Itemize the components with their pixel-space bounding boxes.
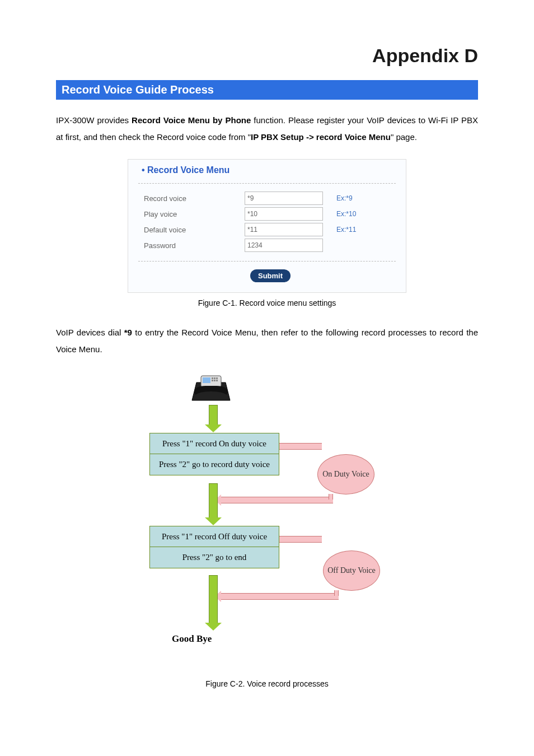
off-duty-voice-node: Off Duty Voice bbox=[323, 550, 380, 591]
flow-step-on-duty: Press "1" record On duty voice Press "2"… bbox=[149, 433, 279, 475]
arrow-down-icon bbox=[209, 483, 218, 518]
flow-cell: Press "1" record On duty voice bbox=[150, 433, 279, 454]
connector-icon bbox=[279, 443, 322, 450]
text: " page. bbox=[391, 132, 417, 142]
intro-paragraph: IPX-300W provides Record Voice Menu by P… bbox=[56, 112, 478, 146]
connector-icon bbox=[329, 494, 333, 500]
svg-rect-2 bbox=[203, 377, 210, 383]
figure-caption-2: Figure C-2. Voice record processes bbox=[56, 679, 478, 688]
text: IPX-300W provides bbox=[56, 115, 132, 125]
flow-cell: Press "2" go to end bbox=[150, 547, 279, 567]
row-default-voice: Default voice Ex:*11 bbox=[138, 223, 396, 236]
connector-icon bbox=[334, 590, 339, 596]
play-voice-input[interactable] bbox=[245, 207, 323, 221]
connector-icon bbox=[279, 536, 322, 543]
appendix-title: Appendix D bbox=[56, 45, 478, 67]
figure-caption-1: Figure C-1. Record voice menu settings bbox=[56, 298, 478, 307]
on-duty-voice-node: On Duty Voice bbox=[317, 454, 374, 494]
flow-cell: Press "1" record Off duty voice bbox=[150, 526, 279, 547]
label: Password bbox=[138, 241, 245, 250]
label: Play voice bbox=[138, 210, 245, 218]
svg-rect-7 bbox=[214, 380, 216, 381]
paragraph-2: VoIP devices dial *9 to entry the Record… bbox=[56, 324, 478, 358]
goodbye-text: Good Bye bbox=[172, 633, 212, 645]
arrow-down-icon bbox=[209, 405, 218, 425]
panel-title: Record Voice Menu bbox=[142, 165, 396, 175]
divider bbox=[138, 183, 396, 184]
example-text: Ex:*10 bbox=[336, 210, 356, 218]
row-play-voice: Play voice Ex:*10 bbox=[138, 207, 396, 221]
default-voice-input[interactable] bbox=[245, 223, 323, 236]
svg-rect-8 bbox=[216, 380, 218, 381]
label: Record voice bbox=[138, 194, 245, 203]
example-text: Ex:*9 bbox=[336, 194, 353, 202]
text-bold: *9 bbox=[124, 328, 132, 337]
example-text: Ex:*11 bbox=[336, 226, 356, 234]
flow-cell: Press "2" go to record duty voice bbox=[150, 454, 279, 474]
svg-rect-4 bbox=[214, 377, 216, 379]
row-record-voice: Record voice Ex:*9 bbox=[138, 192, 396, 205]
row-password: Password bbox=[138, 239, 396, 252]
flow-step-off-duty: Press "1" record Off duty voice Press "2… bbox=[149, 526, 279, 568]
connector-return-icon bbox=[221, 497, 333, 503]
svg-rect-5 bbox=[216, 377, 218, 379]
connector-return-icon bbox=[221, 593, 339, 600]
phone-icon bbox=[189, 371, 233, 404]
text: VoIP devices dial bbox=[56, 328, 124, 337]
submit-button[interactable]: Submit bbox=[250, 269, 291, 282]
section-header: Record Voice Guide Process bbox=[56, 80, 478, 100]
arrow-down-icon bbox=[209, 575, 218, 623]
voice-record-flowchart: Press "1" record On duty voice Press "2"… bbox=[149, 371, 385, 674]
text-bold: IP PBX Setup -> record Voice Menu bbox=[251, 132, 391, 142]
password-input[interactable] bbox=[245, 239, 323, 252]
svg-rect-6 bbox=[212, 380, 213, 381]
label: Default voice bbox=[138, 226, 245, 234]
record-voice-input[interactable] bbox=[245, 192, 323, 205]
record-voice-menu-panel: Record Voice Menu Record voice Ex:*9 Pla… bbox=[128, 159, 406, 293]
text-bold: Record Voice Menu by Phone bbox=[132, 115, 251, 125]
svg-rect-3 bbox=[212, 377, 213, 379]
